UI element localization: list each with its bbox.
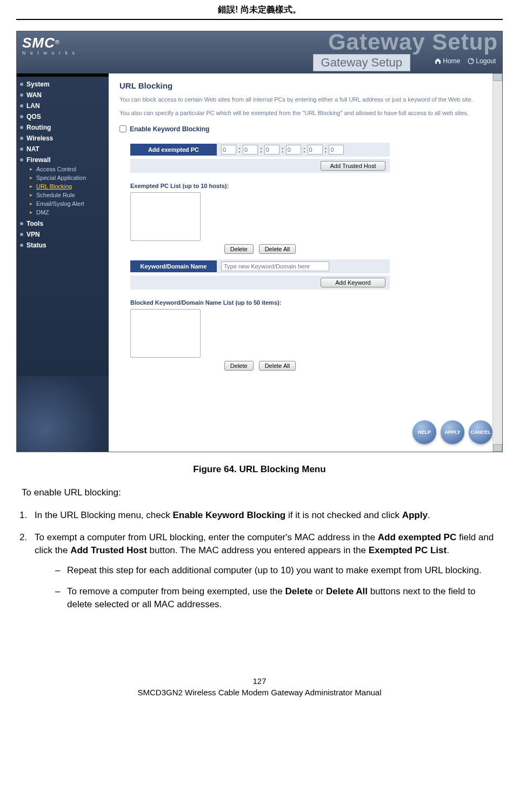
scrollbar[interactable] <box>493 73 502 452</box>
keyword-input-wrap <box>217 259 390 273</box>
home-link-label: Home <box>443 57 460 65</box>
step-2-a: To exempt a computer from URL blocking, … <box>35 532 378 542</box>
home-icon <box>435 58 441 64</box>
nav-firewall[interactable]: Firewall Access Control Special Applicat… <box>17 155 109 218</box>
sub-url-blocking[interactable]: URL Blocking <box>26 182 105 191</box>
nav-status[interactable]: Status <box>17 240 109 251</box>
enable-keyword-row: Enable Keyword Blocking <box>119 125 491 133</box>
nav-firewall-label: Firewall <box>26 156 51 164</box>
mac-octet-5[interactable] <box>308 145 323 155</box>
nav-wireless[interactable]: Wireless <box>17 133 109 144</box>
exempted-delete-all-button[interactable]: Delete All <box>259 244 296 254</box>
mac-octet-1[interactable] <box>221 145 236 155</box>
step-2-sub-2: To remove a computer from being exempted… <box>51 585 503 612</box>
sub2-d: Delete All <box>326 586 368 596</box>
nav-system[interactable]: System <box>17 79 109 90</box>
home-link[interactable]: Home <box>435 57 460 65</box>
router-body: System WAN LAN QOS Routing Wireless NAT … <box>17 73 502 452</box>
add-keyword-row: Add Keyword <box>130 276 390 290</box>
panel-desc-2: You also can specify a particular PC whi… <box>119 109 491 117</box>
cancel-label: CANCEL <box>470 430 491 435</box>
sub-schedule-rule[interactable]: Schedule Rule <box>26 191 105 199</box>
doc-intro: To enable URL blocking: <box>22 487 503 499</box>
step-2-sub-1: Repeat this step for each additional com… <box>51 564 503 578</box>
blocked-delete-button[interactable]: Delete <box>224 361 254 371</box>
exempted-pc-listbox[interactable] <box>130 192 201 241</box>
logo-subtext: N e t w o r k s <box>22 50 76 56</box>
step-1-a: In the URL Blocking menu, check <box>35 510 172 520</box>
doc-steps: 1. In the URL Blocking menu, check Enabl… <box>16 509 503 612</box>
exempted-delete-row: Delete Delete All <box>130 244 390 254</box>
sub2-a: To remove a computer from being exempted… <box>67 586 285 596</box>
nav-lan[interactable]: LAN <box>17 100 109 111</box>
add-trusted-host-button[interactable]: Add Trusted Host <box>321 161 385 171</box>
exempted-list-label: Exempted PC List (up to 10 hosts): <box>130 183 390 189</box>
add-exempted-header: Add exempted PC <box>130 144 217 156</box>
round-buttons: HELP APPLY CANCEL <box>412 420 493 444</box>
step-1-num: 1. <box>19 509 27 522</box>
blocked-keyword-listbox[interactable] <box>130 309 201 358</box>
router-header: SMC® N e t w o r k s Gateway Setup Gatew… <box>17 31 502 73</box>
cancel-button[interactable]: CANCEL <box>469 420 493 444</box>
mac-inputs: : : : : : <box>217 143 390 157</box>
logo-reg: ® <box>55 39 59 45</box>
logout-link-label: Logout <box>476 57 496 65</box>
step-1-c: if it is not checked and click <box>285 510 402 520</box>
sub-dmz[interactable]: DMZ <box>26 208 105 217</box>
page-number: 127 <box>16 676 503 686</box>
step-2-g: . <box>447 545 449 555</box>
step-1-b: Enable Keyword Blocking <box>172 510 285 520</box>
apply-label: APPLY <box>444 430 460 435</box>
header-ghost-title: Gateway Setup <box>328 31 498 55</box>
exempted-delete-button[interactable]: Delete <box>224 244 254 254</box>
page-error-header: 錯誤! 尚未定義樣式。 <box>16 0 503 19</box>
nav-nat[interactable]: NAT <box>17 144 109 155</box>
nav-qos[interactable]: QOS <box>17 111 109 122</box>
blocked-list-label: Blocked Keyword/Domain Name List (up to … <box>130 299 390 306</box>
sub-email-syslog[interactable]: Email/Syslog Alert <box>26 199 105 208</box>
step-1-e: . <box>428 510 430 520</box>
nav-wan[interactable]: WAN <box>17 90 109 100</box>
figure-caption: Figure 64. URL Blocking Menu <box>16 464 503 475</box>
enable-keyword-checkbox[interactable] <box>119 125 127 132</box>
add-exempted-row: Add exempted PC : : : : : <box>130 143 390 157</box>
step-1-d: Apply <box>402 510 428 520</box>
step-2-e: button. The MAC address you entered appe… <box>147 545 369 555</box>
step-1: 1. In the URL Blocking menu, check Enabl… <box>16 509 503 522</box>
blocked-delete-all-button[interactable]: Delete All <box>259 361 296 371</box>
step-2-d: Add Trusted Host <box>70 545 147 555</box>
smc-logo: SMC® N e t w o r k s <box>22 35 76 56</box>
logout-link[interactable]: Logout <box>468 57 496 65</box>
logo-brand: SMC <box>22 35 55 51</box>
nav-tools[interactable]: Tools <box>17 218 109 229</box>
mac-octet-6[interactable] <box>329 145 344 155</box>
help-button[interactable]: HELP <box>412 420 436 444</box>
keyword-input[interactable] <box>221 261 329 271</box>
sidebar-nav: System WAN LAN QOS Routing Wireless NAT … <box>17 79 109 251</box>
scroll-up-icon[interactable] <box>493 73 502 81</box>
sidebar: System WAN LAN QOS Routing Wireless NAT … <box>17 73 109 452</box>
sub2-c: or <box>313 586 327 596</box>
blocked-delete-row: Delete Delete All <box>130 361 390 371</box>
mac-octet-3[interactable] <box>264 145 280 155</box>
apply-button[interactable]: APPLY <box>441 420 464 444</box>
header-title-bar: Gateway Setup <box>313 54 410 71</box>
nav-routing[interactable]: Routing <box>17 122 109 133</box>
router-ui-screenshot: SMC® N e t w o r k s Gateway Setup Gatew… <box>16 31 503 452</box>
help-label: HELP <box>418 430 431 435</box>
keyword-row: Keyword/Domain Name <box>130 259 390 273</box>
step-2-sub: Repeat this step for each additional com… <box>35 564 503 612</box>
sub-access-control[interactable]: Access Control <box>26 165 105 173</box>
mac-octet-4[interactable] <box>286 145 301 155</box>
manual-title: SMCD3GN2 Wireless Cable Modem Gateway Ad… <box>16 688 503 697</box>
add-keyword-button[interactable]: Add Keyword <box>321 278 385 287</box>
sidebar-groove <box>17 73 109 77</box>
sub-special-application[interactable]: Special Application <box>26 173 105 182</box>
header-rule <box>16 19 503 20</box>
scroll-down-icon[interactable] <box>493 444 502 452</box>
step-2-num: 2. <box>19 531 27 545</box>
sidebar-decoration <box>17 376 109 452</box>
mac-octet-2[interactable] <box>243 145 258 155</box>
logout-icon <box>468 58 474 64</box>
nav-vpn[interactable]: VPN <box>17 229 109 240</box>
